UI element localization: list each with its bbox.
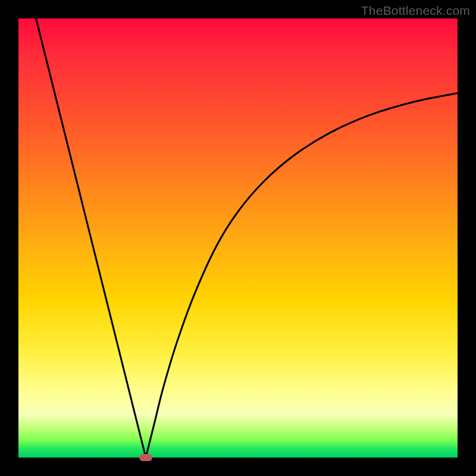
bottleneck-curve: [18, 18, 458, 458]
plot-area: [18, 18, 458, 458]
optimal-marker: [139, 454, 152, 461]
curve-left-branch: [36, 18, 146, 458]
chart-frame: TheBottleneck.com: [0, 0, 476, 476]
curve-right-branch: [146, 93, 458, 458]
watermark-text: TheBottleneck.com: [361, 4, 470, 18]
